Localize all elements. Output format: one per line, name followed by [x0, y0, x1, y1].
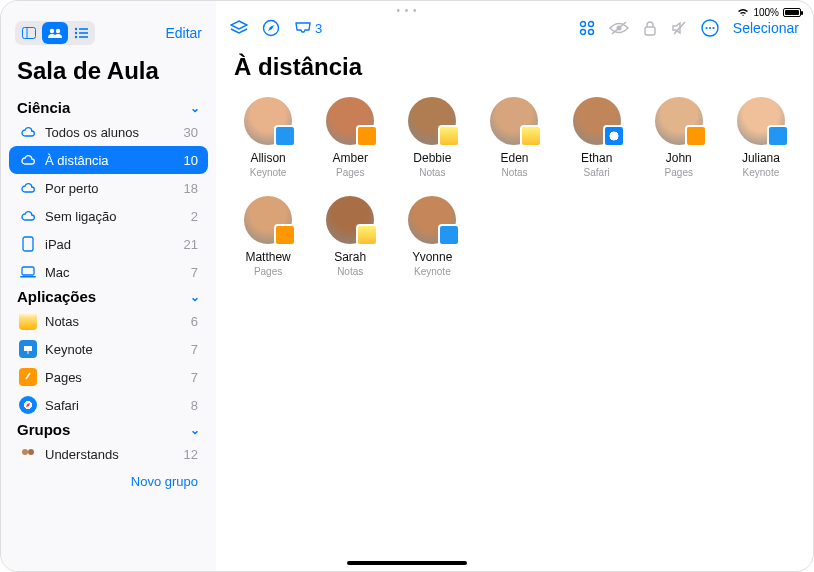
- sidebar-item-label: À distância: [45, 153, 109, 168]
- sidebar-item[interactable]: iPad 21: [9, 230, 208, 258]
- sidebar-item-count: 12: [184, 447, 198, 462]
- pages-icon: [19, 368, 37, 386]
- keynote-icon: [274, 125, 296, 147]
- student-card[interactable]: Debbie Notas: [394, 97, 470, 178]
- section-header[interactable]: Aplicações⌄: [9, 286, 208, 307]
- sidebar-item-label: Por perto: [45, 181, 98, 196]
- student-card[interactable]: Eden Notas: [476, 97, 552, 178]
- sidebar-item[interactable]: À distância 10: [9, 146, 208, 174]
- section-header[interactable]: Grupos⌄: [9, 419, 208, 440]
- sidebar-item-label: Understands: [45, 447, 119, 462]
- student-avatar: [326, 196, 374, 244]
- student-avatar: [490, 97, 538, 145]
- svg-rect-12: [20, 276, 36, 278]
- svg-point-20: [580, 30, 585, 35]
- student-avatar: [244, 196, 292, 244]
- stack-icon[interactable]: [230, 20, 248, 36]
- svg-rect-10: [23, 237, 33, 251]
- edit-button[interactable]: Editar: [165, 25, 202, 41]
- sidebar-item[interactable]: Keynote 7: [9, 335, 208, 363]
- chevron-down-icon: ⌄: [190, 423, 200, 437]
- sidebar-item[interactable]: Safari 8: [9, 391, 208, 419]
- student-app: Safari: [584, 167, 610, 178]
- student-app: Keynote: [250, 167, 287, 178]
- section-title: Grupos: [17, 421, 70, 438]
- cloud-icon: [19, 151, 37, 169]
- mute-icon[interactable]: [671, 20, 687, 36]
- sidebar-item[interactable]: Mac 7: [9, 258, 208, 286]
- sidebar-item-label: Mac: [45, 265, 70, 280]
- section-title: Aplicações: [17, 288, 96, 305]
- sidebar-item[interactable]: Por perto 18: [9, 174, 208, 202]
- notes-icon: [438, 125, 460, 147]
- student-name: Amber: [333, 151, 368, 165]
- student-app: Notas: [419, 167, 445, 178]
- svg-rect-11: [22, 267, 34, 275]
- student-avatar: [408, 196, 456, 244]
- more-icon[interactable]: [701, 19, 719, 37]
- keynote-icon: [767, 125, 789, 147]
- student-card[interactable]: Juliana Keynote: [723, 97, 799, 178]
- eye-off-icon[interactable]: [609, 21, 629, 35]
- sidebar-item-label: Keynote: [45, 342, 93, 357]
- battery-pct: 100%: [753, 7, 779, 18]
- student-app: Keynote: [414, 266, 451, 277]
- select-button[interactable]: Selecionar: [733, 20, 799, 36]
- new-group-button[interactable]: Novo grupo: [9, 470, 208, 493]
- sidebar: Editar Sala de Aula Ciência⌄ Todos os al…: [1, 1, 216, 571]
- seg-sidebar-icon[interactable]: [16, 22, 42, 44]
- student-name: Eden: [500, 151, 528, 165]
- view-segmented-control[interactable]: [15, 21, 95, 45]
- chevron-down-icon: ⌄: [190, 290, 200, 304]
- sidebar-item[interactable]: Pages 7: [9, 363, 208, 391]
- sidebar-item[interactable]: Understands 12: [9, 440, 208, 468]
- student-card[interactable]: Amber Pages: [312, 97, 388, 178]
- section-header[interactable]: Ciência⌄: [9, 97, 208, 118]
- wifi-icon: [737, 8, 749, 17]
- drag-dots: • • •: [396, 5, 417, 16]
- svg-point-19: [588, 22, 593, 27]
- student-app: Pages: [336, 167, 364, 178]
- people-icon: [19, 445, 37, 463]
- pages-icon: [685, 125, 707, 147]
- student-card[interactable]: John Pages: [641, 97, 717, 178]
- home-indicator: [347, 561, 467, 565]
- app-title: Sala de Aula: [9, 53, 208, 95]
- sidebar-item-count: 8: [191, 398, 198, 413]
- compass-icon[interactable]: [262, 19, 280, 37]
- student-card[interactable]: Ethan Safari: [559, 97, 635, 178]
- student-name: Allison: [250, 151, 285, 165]
- sidebar-item[interactable]: Todos os alunos 30: [9, 118, 208, 146]
- student-card[interactable]: Yvonne Keynote: [394, 196, 470, 277]
- main-title: À distância: [216, 41, 813, 97]
- svg-point-21: [588, 30, 593, 35]
- sidebar-item-count: 21: [184, 237, 198, 252]
- svg-point-28: [709, 27, 711, 29]
- safari-icon: [19, 396, 37, 414]
- inbox-count: 3: [315, 21, 322, 36]
- sidebar-item-label: Todos os alunos: [45, 125, 139, 140]
- student-app: Pages: [665, 167, 693, 178]
- sidebar-item[interactable]: Notas 6: [9, 307, 208, 335]
- sidebar-item-label: Safari: [45, 398, 79, 413]
- seg-list-icon[interactable]: [68, 22, 94, 44]
- svg-rect-5: [79, 28, 88, 30]
- student-name: Ethan: [581, 151, 612, 165]
- keynote-icon: [19, 340, 37, 358]
- sidebar-item-count: 10: [184, 153, 198, 168]
- svg-rect-13: [24, 346, 32, 351]
- seg-people-icon[interactable]: [42, 22, 68, 44]
- student-card[interactable]: Allison Keynote: [230, 97, 306, 178]
- sidebar-item[interactable]: Sem ligação 2: [9, 202, 208, 230]
- grid-icon[interactable]: [579, 20, 595, 36]
- student-card[interactable]: Matthew Pages: [230, 196, 306, 277]
- inbox-icon[interactable]: 3: [294, 21, 322, 36]
- cloud-icon: [19, 123, 37, 141]
- student-app: Keynote: [743, 167, 780, 178]
- student-card[interactable]: Sarah Notas: [312, 196, 388, 277]
- chevron-down-icon: ⌄: [190, 101, 200, 115]
- student-name: Yvonne: [412, 250, 452, 264]
- sidebar-item-label: iPad: [45, 237, 71, 252]
- student-name: John: [666, 151, 692, 165]
- lock-icon[interactable]: [643, 20, 657, 36]
